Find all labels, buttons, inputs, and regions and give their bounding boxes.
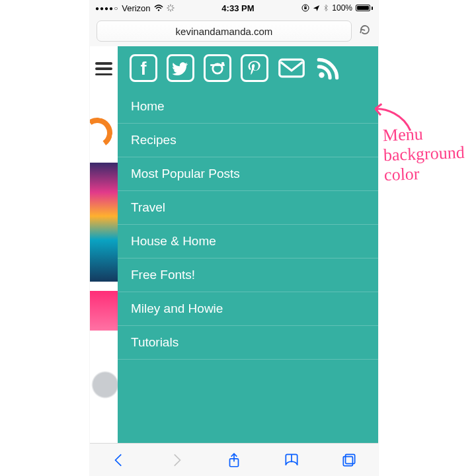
bluetooth-icon (323, 4, 329, 12)
carrier-label: Verizon (122, 3, 150, 13)
post-thumbnail-sliver (90, 356, 118, 428)
svg-rect-21 (346, 454, 355, 463)
annotation-line: color (384, 163, 466, 185)
svg-text:f: f (141, 59, 147, 79)
menu-item-travel[interactable]: Travel (118, 191, 378, 225)
forward-button[interactable] (167, 450, 186, 470)
svg-point-17 (319, 72, 324, 77)
menu-item-miley-howie[interactable]: Miley and Howie (118, 292, 378, 326)
url-field[interactable]: kevinandamanda.com (97, 20, 352, 42)
reload-button[interactable] (358, 23, 372, 40)
svg-line-5 (168, 6, 169, 7)
menu-item-tutorials[interactable]: Tutorials (118, 326, 378, 360)
menu-item-free-fonts[interactable]: Free Fonts! (118, 258, 378, 292)
svg-rect-10 (305, 7, 307, 9)
menu-item-home[interactable]: Home (118, 90, 378, 124)
menu-item-label: Tutorials (131, 335, 178, 349)
svg-line-6 (172, 9, 173, 10)
back-button[interactable] (109, 450, 129, 470)
menu-item-label: Free Fonts! (131, 268, 195, 282)
safari-url-bar: kevinandamanda.com (90, 16, 378, 46)
menu-item-label: Home (131, 99, 165, 113)
menu-item-most-popular[interactable]: Most Popular Posts (118, 157, 378, 191)
page-viewport: f Home Recipes Most Popular Posts Travel… (90, 46, 378, 443)
bookmarks-button[interactable] (282, 450, 301, 470)
annotation-arrow-icon (370, 100, 417, 135)
hamburger-button[interactable] (90, 54, 118, 83)
url-domain-label: kevinandamanda.com (176, 26, 273, 37)
svg-rect-22 (344, 456, 353, 465)
menu-item-label: House & Home (131, 234, 216, 248)
signal-dots-icon: ●●●●○ (95, 5, 118, 12)
menu-item-label: Miley and Howie (131, 301, 223, 315)
rss-icon[interactable] (315, 54, 342, 82)
menu-list: Home Recipes Most Popular Posts Travel H… (118, 90, 378, 360)
site-logo-sliver (90, 118, 118, 157)
facebook-icon[interactable]: f (130, 54, 157, 82)
tabs-button[interactable] (339, 450, 359, 470)
post-thumbnail-sliver (90, 291, 118, 331)
orientation-lock-icon (301, 4, 309, 12)
twitter-icon[interactable] (167, 54, 194, 82)
menu-item-label: Recipes (131, 133, 177, 147)
pinterest-icon[interactable] (241, 54, 268, 82)
social-icon-row: f (118, 46, 378, 90)
wifi-icon (154, 5, 163, 12)
battery-icon (356, 5, 373, 11)
svg-line-8 (168, 9, 169, 10)
share-button[interactable] (224, 450, 244, 470)
instagram-icon[interactable] (204, 54, 231, 82)
post-thumbnail-sliver (90, 163, 118, 282)
email-icon[interactable] (278, 54, 305, 82)
svg-rect-16 (280, 60, 304, 77)
annotation-label: Menu background color (382, 123, 465, 185)
hamburger-icon (95, 62, 112, 75)
loading-spinner-icon (167, 4, 175, 12)
drawer-menu: f Home Recipes Most Popular Posts Travel… (118, 46, 378, 443)
menu-item-label: Travel (131, 200, 165, 214)
ios-status-bar: ●●●●○ Verizon 4:33 PM (90, 0, 378, 16)
menu-item-recipes[interactable]: Recipes (118, 124, 378, 157)
phone-frame: ●●●●○ Verizon 4:33 PM (90, 0, 378, 476)
svg-point-0 (157, 9, 159, 11)
menu-item-label: Most Popular Posts (131, 167, 240, 180)
svg-line-7 (172, 6, 173, 7)
menu-item-house-home[interactable]: House & Home (118, 225, 378, 258)
battery-percent-label: 100% (332, 3, 352, 13)
annotation-line: background (383, 143, 465, 165)
clock-label: 4:33 PM (175, 3, 302, 13)
location-icon (313, 5, 320, 12)
safari-toolbar (90, 443, 378, 476)
